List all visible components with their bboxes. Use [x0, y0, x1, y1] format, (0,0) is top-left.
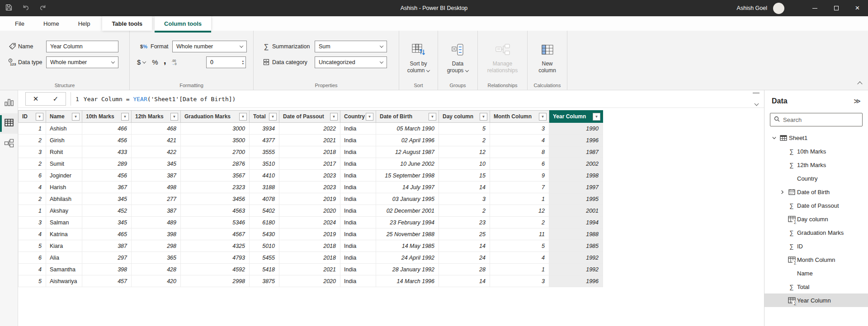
cell-name: Sumit — [46, 158, 82, 170]
filter-button-total[interactable]: ▼ — [269, 113, 277, 121]
cell-day-column: 5 — [439, 123, 490, 135]
format-dropdown[interactable]: Whole number — [172, 41, 247, 52]
tab-file[interactable]: File — [5, 16, 34, 31]
new-column-button[interactable]: New column — [528, 40, 567, 84]
filter-button-id[interactable]: ▼ — [36, 113, 43, 121]
table-row: 6Joginder456387356744102023India15 Septe… — [19, 170, 603, 182]
field-graduation-marks[interactable]: ∑Graduation Marks — [764, 226, 868, 239]
expand-formula-bar-icon[interactable] — [755, 102, 759, 106]
column-header-date-of-birth[interactable]: Date of Birth▼ — [376, 111, 439, 123]
formula-bar-resize-handle[interactable] — [753, 93, 760, 93]
data-type-dropdown[interactable]: Whole number — [46, 56, 118, 68]
filter-button-graduation-marks[interactable]: ▼ — [239, 113, 247, 121]
ribbon-tab-bar: FileHomeHelpTable toolsColumn tools — [0, 16, 868, 31]
tab-help[interactable]: Help — [69, 16, 100, 31]
field-12th-marks[interactable]: ∑12th Marks — [764, 158, 868, 172]
formula-line-number: 1 — [75, 96, 79, 102]
model-view-button[interactable] — [0, 134, 18, 154]
dax-formula-input[interactable]: 1 Year Column = YEAR('Sheet1'[Date of Bi… — [71, 92, 764, 106]
filter-button-name[interactable]: ▼ — [72, 113, 80, 121]
tab-table-tools[interactable]: Table tools — [102, 16, 152, 31]
filter-button-country[interactable]: ▼ — [366, 113, 373, 121]
percent-format-button[interactable]: % — [152, 58, 158, 66]
column-header-date-of-passout[interactable]: Date of Passout▼ — [279, 111, 340, 123]
cell-date-of-passout: 2018 — [279, 252, 340, 264]
field-total[interactable]: ∑Total — [764, 280, 868, 293]
field-day-column[interactable]: ∑Day column — [764, 212, 868, 226]
field-date-of-birth[interactable]: Date of Birth — [764, 185, 868, 199]
column-header-year-column[interactable]: Year Column▼ — [549, 111, 603, 123]
chevron-down-icon[interactable] — [142, 60, 146, 63]
sort-by-column-button[interactable]: Sort by column — [399, 40, 438, 84]
close-button[interactable]: × — [847, 0, 868, 16]
filter-button-day-column[interactable]: ▼ — [480, 113, 487, 121]
data-groups-button[interactable]: Data groups — [438, 40, 477, 84]
field-id[interactable]: ∑ID — [764, 239, 868, 253]
undo-button[interactable] — [17, 0, 34, 16]
collapse-pane-icon[interactable]: ≫ — [854, 97, 861, 105]
tab-home[interactable]: Home — [34, 16, 69, 31]
cell-date-of-passout: 2019 — [279, 228, 340, 240]
cell-name: Abhilash — [46, 193, 82, 205]
chevron-right-icon[interactable] — [778, 190, 786, 195]
column-header-id[interactable]: ID▼ — [19, 111, 46, 123]
tab-column-tools[interactable]: Column tools — [155, 16, 211, 31]
field-year-column[interactable]: ∑Year Column — [764, 293, 868, 307]
name-input[interactable] — [46, 41, 118, 52]
filter-button-month-column[interactable]: ▼ — [539, 113, 547, 121]
manage-relationships-button[interactable]: Manage relationships — [478, 40, 527, 84]
maximize-button[interactable] — [826, 0, 847, 16]
cell-country: India — [340, 228, 376, 240]
save-button[interactable] — [0, 0, 17, 16]
decimal-places-icon[interactable]: .00→0 — [172, 59, 177, 65]
field-date-of-passout[interactable]: ∑Date of Passout — [764, 199, 868, 212]
data-view-button[interactable] — [0, 113, 18, 134]
thousands-separator-button[interactable]: , — [164, 58, 166, 63]
data-category-dropdown[interactable]: Uncategorized — [315, 56, 387, 68]
column-header-total[interactable]: Total▼ — [250, 111, 279, 123]
minimize-button[interactable] — [804, 0, 826, 16]
table-row: 4Katrina465398456754302019India25 Novemb… — [19, 228, 603, 240]
column-header-graduation-marks[interactable]: Graduation Marks▼ — [181, 111, 250, 123]
search-input[interactable] — [783, 116, 851, 123]
summarization-dropdown[interactable]: Sum — [315, 41, 387, 52]
field-search-box[interactable] — [770, 113, 863, 126]
cell-date-of-passout: 2023 — [279, 170, 340, 182]
stepper-arrows-icon[interactable]: ▴▾ — [242, 60, 244, 65]
field-month-column[interactable]: ∑Month Column — [764, 253, 868, 266]
column-header-12th-marks[interactable]: 12th Marks▼ — [132, 111, 181, 123]
filter-button-10th-marks[interactable]: ▼ — [121, 113, 129, 121]
cell-year-column: 1995 — [549, 193, 603, 205]
report-view-button[interactable] — [0, 93, 18, 113]
collapse-ribbon-icon[interactable] — [857, 81, 862, 86]
column-header-label: ID — [22, 113, 28, 120]
filter-button-date-of-birth[interactable]: ▼ — [429, 113, 436, 121]
field-10th-marks[interactable]: ∑10th Marks — [764, 144, 868, 158]
column-header-name[interactable]: Name▼ — [46, 111, 82, 123]
user-avatar[interactable] — [773, 3, 784, 14]
field-sheet1[interactable]: Sheet1 — [764, 131, 868, 144]
cell-date-of-passout: 2021 — [279, 264, 340, 275]
currency-format-button[interactable]: $ — [137, 58, 141, 66]
decimal-places-input[interactable] — [207, 59, 236, 65]
field-name[interactable]: Name — [764, 266, 868, 280]
filter-button-date-of-passout[interactable]: ▼ — [330, 113, 338, 121]
redo-button[interactable] — [34, 0, 52, 16]
decimal-places-stepper[interactable]: ▴▾ — [206, 56, 246, 68]
cancel-formula-button[interactable]: ✕ — [26, 93, 46, 105]
filter-button-year-column[interactable]: ▼ — [593, 113, 600, 121]
column-header-country[interactable]: Country▼ — [340, 111, 376, 123]
column-header-10th-marks[interactable]: 10th Marks▼ — [82, 111, 132, 123]
cell-day-column: 14 — [439, 275, 490, 287]
filter-button-12th-marks[interactable]: ▼ — [170, 113, 178, 121]
column-header-day-column[interactable]: Day column▼ — [439, 111, 490, 123]
column-header-month-column[interactable]: Month Column▼ — [490, 111, 549, 123]
field-label: Total — [797, 284, 809, 290]
field-label: Year Column — [797, 297, 831, 304]
table-row: 2Girish456421350043772021India02 April 1… — [19, 135, 603, 146]
cell-day-column: 14 — [439, 182, 490, 193]
chevron-down-icon[interactable] — [770, 135, 778, 140]
commit-formula-button[interactable]: ✓ — [46, 93, 66, 105]
cell-total: 3934 — [250, 123, 279, 135]
field-country[interactable]: Country — [764, 172, 868, 185]
